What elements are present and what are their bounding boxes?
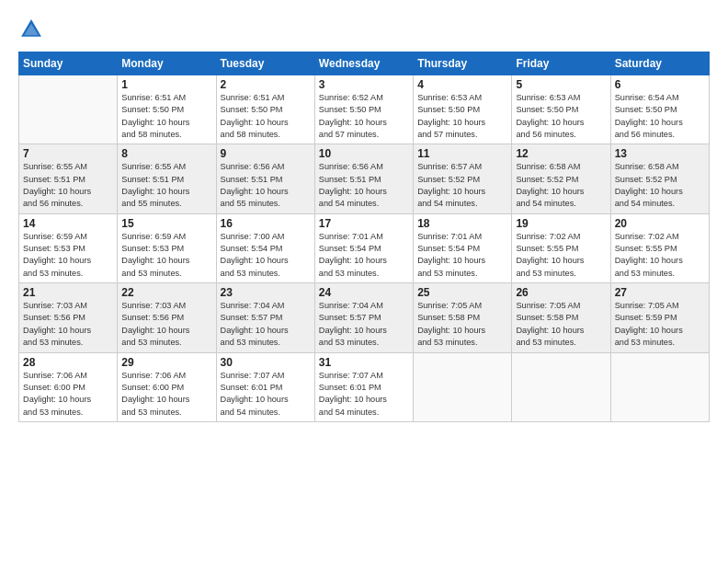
- calendar-day-cell: 21Sunrise: 7:03 AMSunset: 5:56 PMDayligh…: [19, 283, 118, 352]
- day-number: 21: [23, 286, 113, 299]
- day-number: 20: [615, 217, 705, 230]
- day-number: 8: [121, 147, 211, 160]
- day-info: Sunrise: 6:53 AMSunset: 5:50 PMDaylight:…: [516, 92, 606, 141]
- calendar-day-cell: 31Sunrise: 7:07 AMSunset: 6:01 PMDayligh…: [314, 352, 413, 421]
- calendar-day-cell: 4Sunrise: 6:53 AMSunset: 5:50 PMDaylight…: [414, 75, 512, 144]
- day-number: 14: [23, 217, 113, 230]
- day-number: 4: [417, 78, 507, 91]
- calendar-day-header: Saturday: [610, 52, 709, 75]
- calendar-day-cell: 24Sunrise: 7:04 AMSunset: 5:57 PMDayligh…: [314, 283, 413, 352]
- day-number: 10: [319, 147, 409, 160]
- calendar-day-cell: [512, 352, 610, 421]
- day-number: 17: [319, 217, 409, 230]
- calendar-day-cell: 11Sunrise: 6:57 AMSunset: 5:52 PMDayligh…: [414, 144, 512, 213]
- calendar-header-row: SundayMondayTuesdayWednesdayThursdayFrid…: [19, 52, 710, 75]
- calendar-day-cell: 28Sunrise: 7:06 AMSunset: 6:00 PMDayligh…: [19, 352, 118, 421]
- day-info: Sunrise: 6:55 AMSunset: 5:51 PMDaylight:…: [23, 161, 113, 210]
- day-info: Sunrise: 6:59 AMSunset: 5:53 PMDaylight:…: [121, 231, 211, 280]
- day-number: 16: [221, 217, 311, 230]
- calendar-day-cell: 7Sunrise: 6:55 AMSunset: 5:51 PMDaylight…: [19, 144, 118, 213]
- day-info: Sunrise: 6:58 AMSunset: 5:52 PMDaylight:…: [516, 161, 606, 210]
- day-info: Sunrise: 7:07 AMSunset: 6:01 PMDaylight:…: [319, 370, 409, 419]
- day-number: 30: [221, 356, 311, 369]
- day-info: Sunrise: 6:56 AMSunset: 5:51 PMDaylight:…: [221, 161, 311, 210]
- calendar-day-cell: [610, 352, 709, 421]
- calendar-day-cell: 10Sunrise: 6:56 AMSunset: 5:51 PMDayligh…: [314, 144, 413, 213]
- day-number: 7: [23, 147, 113, 160]
- calendar-day-header: Sunday: [19, 52, 118, 75]
- calendar-week-row: 1Sunrise: 6:51 AMSunset: 5:50 PMDaylight…: [19, 75, 710, 144]
- calendar-day-cell: 15Sunrise: 6:59 AMSunset: 5:53 PMDayligh…: [118, 213, 216, 282]
- calendar-day-cell: 25Sunrise: 7:05 AMSunset: 5:58 PMDayligh…: [414, 283, 512, 352]
- logo-icon: [18, 17, 44, 42]
- calendar-day-cell: 20Sunrise: 7:02 AMSunset: 5:55 PMDayligh…: [610, 213, 709, 282]
- calendar-day-header: Thursday: [414, 52, 512, 75]
- calendar-day-cell: 29Sunrise: 7:06 AMSunset: 6:00 PMDayligh…: [118, 352, 216, 421]
- day-info: Sunrise: 6:56 AMSunset: 5:51 PMDaylight:…: [319, 161, 409, 210]
- calendar-day-cell: 23Sunrise: 7:04 AMSunset: 5:57 PMDayligh…: [216, 283, 314, 352]
- calendar-day-cell: [19, 75, 118, 144]
- day-number: 29: [121, 356, 211, 369]
- calendar-day-cell: 22Sunrise: 7:03 AMSunset: 5:56 PMDayligh…: [118, 283, 216, 352]
- day-number: 12: [516, 147, 606, 160]
- calendar-day-cell: 27Sunrise: 7:05 AMSunset: 5:59 PMDayligh…: [610, 283, 709, 352]
- calendar-day-cell: 14Sunrise: 6:59 AMSunset: 5:53 PMDayligh…: [19, 213, 118, 282]
- calendar-day-header: Tuesday: [216, 52, 314, 75]
- calendar-day-cell: 3Sunrise: 6:52 AMSunset: 5:50 PMDaylight…: [314, 75, 413, 144]
- day-info: Sunrise: 6:57 AMSunset: 5:52 PMDaylight:…: [417, 161, 507, 210]
- day-number: 26: [516, 286, 606, 299]
- calendar-week-row: 28Sunrise: 7:06 AMSunset: 6:00 PMDayligh…: [19, 352, 710, 421]
- day-info: Sunrise: 7:05 AMSunset: 5:58 PMDaylight:…: [417, 300, 507, 349]
- calendar-day-header: Wednesday: [314, 52, 413, 75]
- day-info: Sunrise: 7:01 AMSunset: 5:54 PMDaylight:…: [319, 231, 409, 280]
- day-number: 18: [417, 217, 507, 230]
- calendar-day-cell: 30Sunrise: 7:07 AMSunset: 6:01 PMDayligh…: [216, 352, 314, 421]
- day-number: 25: [417, 286, 507, 299]
- calendar-day-header: Monday: [118, 52, 216, 75]
- calendar-day-cell: 16Sunrise: 7:00 AMSunset: 5:54 PMDayligh…: [216, 213, 314, 282]
- day-info: Sunrise: 6:54 AMSunset: 5:50 PMDaylight:…: [615, 92, 705, 141]
- day-number: 3: [319, 78, 409, 91]
- day-info: Sunrise: 6:59 AMSunset: 5:53 PMDaylight:…: [23, 231, 113, 280]
- day-info: Sunrise: 7:01 AMSunset: 5:54 PMDaylight:…: [417, 231, 507, 280]
- day-info: Sunrise: 7:00 AMSunset: 5:54 PMDaylight:…: [221, 231, 311, 280]
- day-info: Sunrise: 7:05 AMSunset: 5:59 PMDaylight:…: [615, 300, 705, 349]
- calendar-day-cell: [414, 352, 512, 421]
- logo: [18, 17, 48, 42]
- day-number: 23: [221, 286, 311, 299]
- day-info: Sunrise: 7:06 AMSunset: 6:00 PMDaylight:…: [121, 370, 211, 419]
- calendar-day-cell: 18Sunrise: 7:01 AMSunset: 5:54 PMDayligh…: [414, 213, 512, 282]
- day-number: 1: [121, 78, 211, 91]
- calendar-table: SundayMondayTuesdayWednesdayThursdayFrid…: [18, 52, 710, 422]
- day-number: 15: [121, 217, 211, 230]
- calendar-day-cell: 1Sunrise: 6:51 AMSunset: 5:50 PMDaylight…: [118, 75, 216, 144]
- day-number: 2: [221, 78, 311, 91]
- calendar-day-header: Friday: [512, 52, 610, 75]
- day-number: 22: [121, 286, 211, 299]
- day-number: 5: [516, 78, 606, 91]
- day-number: 6: [615, 78, 705, 91]
- calendar-day-cell: 2Sunrise: 6:51 AMSunset: 5:50 PMDaylight…: [216, 75, 314, 144]
- day-info: Sunrise: 7:07 AMSunset: 6:01 PMDaylight:…: [221, 370, 311, 419]
- day-info: Sunrise: 7:06 AMSunset: 6:00 PMDaylight:…: [23, 370, 113, 419]
- day-info: Sunrise: 6:52 AMSunset: 5:50 PMDaylight:…: [319, 92, 409, 141]
- calendar-week-row: 14Sunrise: 6:59 AMSunset: 5:53 PMDayligh…: [19, 213, 710, 282]
- day-number: 27: [615, 286, 705, 299]
- calendar-day-cell: 26Sunrise: 7:05 AMSunset: 5:58 PMDayligh…: [512, 283, 610, 352]
- calendar-week-row: 21Sunrise: 7:03 AMSunset: 5:56 PMDayligh…: [19, 283, 710, 352]
- calendar-day-cell: 17Sunrise: 7:01 AMSunset: 5:54 PMDayligh…: [314, 213, 413, 282]
- day-number: 31: [319, 356, 409, 369]
- day-info: Sunrise: 6:53 AMSunset: 5:50 PMDaylight:…: [417, 92, 507, 141]
- day-info: Sunrise: 6:55 AMSunset: 5:51 PMDaylight:…: [121, 161, 211, 210]
- day-number: 13: [615, 147, 705, 160]
- day-number: 28: [23, 356, 113, 369]
- day-info: Sunrise: 6:51 AMSunset: 5:50 PMDaylight:…: [221, 92, 311, 141]
- calendar-day-cell: 9Sunrise: 6:56 AMSunset: 5:51 PMDaylight…: [216, 144, 314, 213]
- day-info: Sunrise: 7:03 AMSunset: 5:56 PMDaylight:…: [23, 300, 113, 349]
- calendar-day-cell: 12Sunrise: 6:58 AMSunset: 5:52 PMDayligh…: [512, 144, 610, 213]
- day-info: Sunrise: 6:51 AMSunset: 5:50 PMDaylight:…: [121, 92, 211, 141]
- day-info: Sunrise: 7:03 AMSunset: 5:56 PMDaylight:…: [121, 300, 211, 349]
- day-number: 19: [516, 217, 606, 230]
- day-info: Sunrise: 7:02 AMSunset: 5:55 PMDaylight:…: [516, 231, 606, 280]
- day-info: Sunrise: 7:05 AMSunset: 5:58 PMDaylight:…: [516, 300, 606, 349]
